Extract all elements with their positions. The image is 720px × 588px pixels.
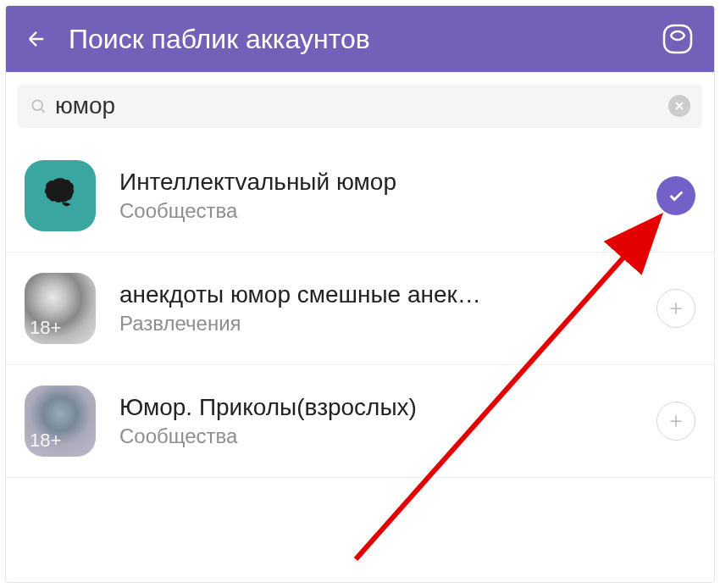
result-title: Интеллектvальный юмор xyxy=(119,169,633,196)
subscribed-button[interactable] xyxy=(656,176,695,215)
svg-point-2 xyxy=(53,185,69,201)
result-item[interactable]: Интеллектvальный юмор Сообщества xyxy=(6,140,714,252)
page-title: Поиск паблик аккаунтов xyxy=(69,24,640,55)
results-list: Интеллектvальный юмор Сообщества 18+ ане… xyxy=(6,140,714,478)
avatar: 18+ xyxy=(25,386,96,457)
search-bar xyxy=(18,84,702,128)
result-subtitle: Сообщества xyxy=(119,424,633,448)
result-text: анекдоты юмор смешные анек… Развлечения xyxy=(119,281,633,336)
age-badge: 18+ xyxy=(30,430,61,452)
result-title: анекдоты юмор смешные анек… xyxy=(119,281,633,308)
result-title: Юмор. Приколы(взрослых) xyxy=(119,394,633,421)
result-item[interactable]: 18+ Юмор. Приколы(взрослых) Сообщества xyxy=(6,365,714,478)
app-header: Поиск паблик аккаунтов xyxy=(6,6,714,72)
back-button[interactable] xyxy=(25,27,48,51)
search-icon xyxy=(30,97,47,114)
result-text: Интеллектvальный юмор Сообщества xyxy=(119,169,633,223)
result-text: Юмор. Приколы(взрослых) Сообщества xyxy=(119,394,633,448)
avatar: 18+ xyxy=(25,273,96,344)
clear-search-button[interactable] xyxy=(668,95,690,117)
avatar xyxy=(25,160,96,231)
viber-logo-icon xyxy=(660,21,695,57)
add-button[interactable] xyxy=(656,402,695,441)
add-button[interactable] xyxy=(656,289,695,328)
result-subtitle: Развлечения xyxy=(119,312,633,336)
result-subtitle: Сообщества xyxy=(119,199,633,223)
search-input[interactable] xyxy=(55,92,660,119)
result-item[interactable]: 18+ анекдоты юмор смешные анек… Развлече… xyxy=(6,252,714,365)
svg-point-1 xyxy=(32,100,42,110)
age-badge: 18+ xyxy=(30,317,61,339)
